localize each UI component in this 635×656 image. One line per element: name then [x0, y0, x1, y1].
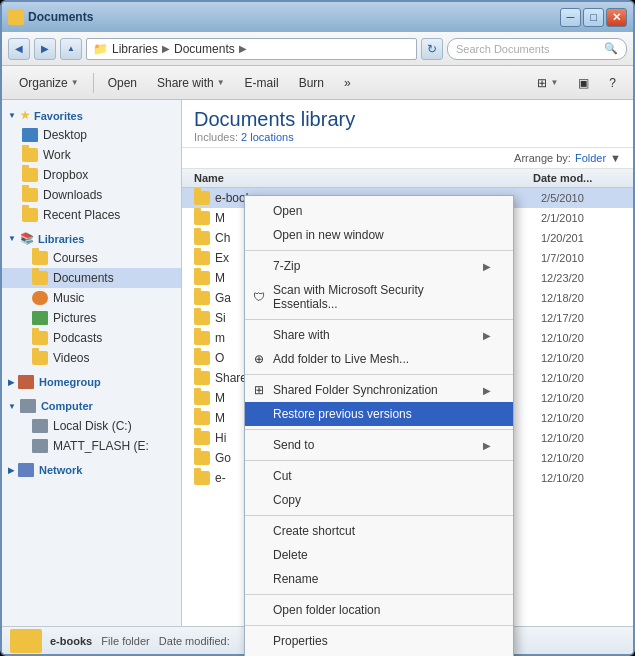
share-with-button[interactable]: Share with ▼	[148, 70, 234, 96]
ctx-label-restore-versions: Restore previous versions	[273, 407, 412, 421]
computer-triangle: ▼	[8, 402, 16, 411]
ctx-item-scan[interactable]: 🛡Scan with Microsoft Security Essentials…	[245, 278, 513, 316]
ctx-label-open: Open	[273, 204, 302, 218]
ctx-separator	[245, 594, 513, 595]
pictures-icon	[32, 311, 48, 325]
search-placeholder: Search Documents	[456, 43, 550, 55]
email-button[interactable]: E-mail	[236, 70, 288, 96]
burn-button[interactable]: Burn	[290, 70, 333, 96]
maximize-button[interactable]: □	[583, 8, 604, 27]
minimize-button[interactable]: ─	[560, 8, 581, 27]
ctx-item-open-folder-location[interactable]: Open folder location	[245, 598, 513, 622]
libraries-icon: 📚	[20, 232, 34, 245]
ctx-label-scan: Scan with Microsoft Security Essentials.…	[273, 283, 491, 311]
search-box[interactable]: Search Documents 🔍	[447, 38, 627, 60]
ctx-separator	[245, 374, 513, 375]
ctx-item-delete[interactable]: Delete	[245, 543, 513, 567]
up-button[interactable]: ▲	[60, 38, 82, 60]
file-date: 2/5/2010	[541, 192, 621, 204]
sidebar-item-podcasts[interactable]: Podcasts	[2, 328, 181, 348]
ctx-item-add-live-mesh[interactable]: ⊕Add folder to Live Mesh...	[245, 347, 513, 371]
ctx-separator	[245, 515, 513, 516]
open-button[interactable]: Open	[99, 70, 146, 96]
sidebar-item-videos[interactable]: Videos	[2, 348, 181, 368]
ctx-item-create-shortcut[interactable]: Create shortcut	[245, 519, 513, 543]
sidebar-item-podcasts-label: Podcasts	[53, 331, 102, 345]
sidebar-favorites-section: ▼ ★ Favorites Desktop Work Dropbox	[2, 106, 181, 225]
ctx-item-open[interactable]: Open	[245, 199, 513, 223]
breadcrumb-sep2: ▶	[239, 43, 247, 54]
forward-button[interactable]: ▶	[34, 38, 56, 60]
status-date-label: Date modified:	[159, 635, 230, 647]
address-bar: ◀ ▶ ▲ 📁 Libraries ▶ Documents ▶ ↻ Search…	[2, 32, 633, 66]
sidebar-homegroup-header[interactable]: ▶ Homegroup	[2, 372, 181, 392]
refresh-button[interactable]: ↻	[421, 38, 443, 60]
file-folder-icon	[194, 471, 210, 485]
sidebar-item-pictures[interactable]: Pictures	[2, 308, 181, 328]
ctx-label-send-to: Send to	[273, 438, 314, 452]
ctx-label-delete: Delete	[273, 548, 308, 562]
help-button[interactable]: ?	[600, 70, 625, 96]
arrange-bar: Arrange by: Folder ▼	[182, 148, 633, 169]
ctx-item-shared-sync[interactable]: ⊞Shared Folder Synchronization▶	[245, 378, 513, 402]
ctx-arrow-share-with: ▶	[483, 330, 491, 341]
podcasts-icon	[32, 331, 48, 345]
ctx-item-rename[interactable]: Rename	[245, 567, 513, 591]
sidebar-libraries-header[interactable]: ▼ 📚 Libraries	[2, 229, 181, 248]
preview-pane-button[interactable]: ▣	[569, 70, 598, 96]
arrange-value[interactable]: Folder	[575, 152, 606, 164]
sidebar-item-music[interactable]: Music	[2, 288, 181, 308]
sidebar-item-downloads[interactable]: Downloads	[2, 185, 181, 205]
sidebar-item-local-disk[interactable]: Local Disk (C:)	[2, 416, 181, 436]
organize-button[interactable]: Organize ▼	[10, 70, 88, 96]
ctx-label-add-live-mesh: Add folder to Live Mesh...	[273, 352, 409, 366]
file-folder-icon	[194, 231, 210, 245]
sidebar-favorites-header[interactable]: ▼ ★ Favorites	[2, 106, 181, 125]
library-title: Documents library	[194, 108, 621, 131]
downloads-folder-icon	[22, 188, 38, 202]
ctx-item-copy[interactable]: Copy	[245, 488, 513, 512]
sidebar-item-documents[interactable]: Documents	[2, 268, 181, 288]
sidebar-item-work[interactable]: Work	[2, 145, 181, 165]
sidebar-item-recent-places[interactable]: Recent Places	[2, 205, 181, 225]
close-button[interactable]: ✕	[606, 8, 627, 27]
file-date: 12/10/20	[541, 432, 621, 444]
ctx-separator	[245, 319, 513, 320]
ctx-item-cut[interactable]: Cut	[245, 464, 513, 488]
ctx-item-send-to[interactable]: Send to▶	[245, 433, 513, 457]
ctx-item-7zip[interactable]: 7-Zip▶	[245, 254, 513, 278]
ctx-item-open-new-window[interactable]: Open in new window	[245, 223, 513, 247]
sidebar-item-courses[interactable]: Courses	[2, 248, 181, 268]
ctx-label-properties: Properties	[273, 634, 328, 648]
sidebar-homegroup-section: ▶ Homegroup	[2, 372, 181, 392]
ctx-item-share-with[interactable]: Share with▶	[245, 323, 513, 347]
sidebar-network-section: ▶ Network	[2, 460, 181, 480]
locations-link[interactable]: 2 locations	[241, 131, 294, 143]
sidebar-computer-header[interactable]: ▼ Computer	[2, 396, 181, 416]
ctx-label-open-folder-location: Open folder location	[273, 603, 380, 617]
ctx-label-copy: Copy	[273, 493, 301, 507]
file-date: 12/10/20	[541, 452, 621, 464]
favorites-label: Favorites	[34, 110, 83, 122]
ctx-item-properties[interactable]: Properties	[245, 629, 513, 653]
sidebar-item-dropbox[interactable]: Dropbox	[2, 165, 181, 185]
sidebar-item-flash[interactable]: MATT_FLASH (E:	[2, 436, 181, 456]
address-breadcrumb[interactable]: 📁 Libraries ▶ Documents ▶	[86, 38, 417, 60]
ctx-item-restore-versions[interactable]: Restore previous versions	[245, 402, 513, 426]
view-options-button[interactable]: ⊞ ▼	[528, 70, 567, 96]
dropbox-folder-icon	[22, 168, 38, 182]
sidebar-item-courses-label: Courses	[53, 251, 98, 265]
sidebar-item-recent-label: Recent Places	[43, 208, 120, 222]
more-button[interactable]: »	[335, 70, 360, 96]
desktop-icon	[22, 128, 38, 142]
sidebar-item-desktop[interactable]: Desktop	[2, 125, 181, 145]
sidebar-item-desktop-label: Desktop	[43, 128, 87, 142]
breadcrumb-documents[interactable]: Documents	[174, 42, 235, 56]
breadcrumb-libraries[interactable]: Libraries	[112, 42, 158, 56]
back-button[interactable]: ◀	[8, 38, 30, 60]
file-folder-icon	[194, 191, 210, 205]
sidebar-libraries-section: ▼ 📚 Libraries Courses Documents Mu	[2, 229, 181, 368]
sidebar-network-header[interactable]: ▶ Network	[2, 460, 181, 480]
computer-label: Computer	[41, 400, 93, 412]
homegroup-triangle: ▶	[8, 378, 14, 387]
